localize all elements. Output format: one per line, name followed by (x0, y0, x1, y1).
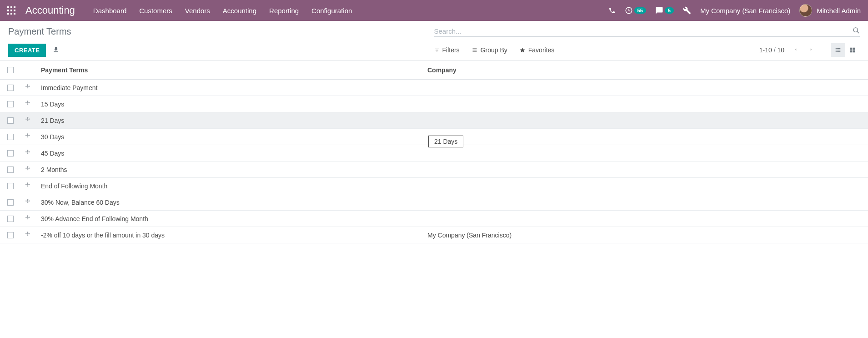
create-button[interactable]: CREATE (8, 44, 46, 57)
row-checkbox[interactable] (7, 232, 14, 238)
svg-rect-2 (14, 6, 15, 8)
groupby-button[interactable]: Group By (472, 46, 507, 54)
svg-rect-0 (7, 6, 9, 8)
drag-tooltip: 21 Days (428, 136, 463, 147)
drag-handle-icon[interactable] (25, 133, 31, 141)
svg-rect-12 (850, 48, 853, 50)
cell-company (424, 161, 868, 178)
svg-point-10 (853, 28, 858, 32)
app-brand[interactable]: Accounting (25, 5, 75, 16)
favorites-label: Favorites (528, 46, 555, 54)
drag-handle-icon[interactable] (25, 199, 31, 206)
cell-name: End of Following Month (37, 178, 424, 194)
pager-prev[interactable] (792, 45, 800, 56)
debug-icon[interactable] (683, 6, 691, 15)
nav-accounting[interactable]: Accounting (223, 7, 256, 15)
search-icon[interactable] (853, 27, 860, 35)
search-input[interactable] (434, 27, 853, 35)
phone-icon[interactable] (608, 7, 616, 14)
drag-handle-icon[interactable] (25, 101, 31, 108)
filters-label: Filters (442, 46, 460, 54)
nav-menu: Dashboard Customers Vendors Accounting R… (93, 7, 352, 15)
search-bar (434, 27, 860, 37)
pager-total: 10 (777, 46, 784, 54)
cell-company (424, 96, 868, 112)
cell-name: 30% Now, Balance 60 Days (37, 194, 424, 211)
messages-icon[interactable]: 5 (655, 6, 674, 15)
control-panel: Payment Terms CREATE Filters Group By Fa… (0, 21, 868, 61)
row-checkbox[interactable] (7, 216, 14, 222)
svg-rect-8 (14, 13, 15, 15)
cell-company (424, 145, 868, 161)
company-switcher[interactable]: My Company (San Francisco) (700, 7, 790, 15)
svg-rect-3 (7, 10, 9, 11)
table-row[interactable]: Immediate Payment (0, 80, 868, 96)
table-row[interactable]: 21 Days (0, 112, 868, 129)
row-checkbox[interactable] (7, 166, 14, 173)
row-checkbox[interactable] (7, 85, 14, 91)
table-row[interactable]: -2% off 10 days or the fill amount in 30… (0, 227, 868, 243)
pager-sep: / (774, 46, 776, 54)
row-checkbox[interactable] (7, 134, 14, 140)
pager-next[interactable] (807, 45, 815, 56)
nav-vendors[interactable]: Vendors (185, 7, 210, 15)
select-all-checkbox[interactable] (7, 67, 14, 73)
column-header-company[interactable]: Company (424, 61, 868, 80)
drag-handle-icon[interactable] (25, 166, 31, 173)
nav-configuration[interactable]: Configuration (311, 7, 352, 15)
drag-handle-icon[interactable] (25, 150, 31, 157)
payment-terms-list: Payment Terms Company Immediate Payment1… (0, 61, 868, 243)
favorites-button[interactable]: Favorites (519, 46, 555, 54)
import-icon[interactable] (52, 46, 60, 55)
drag-handle-icon[interactable] (25, 232, 31, 239)
cell-name: 21 Days (37, 112, 424, 129)
table-row[interactable]: 2 Months (0, 161, 868, 178)
kanban-view-icon (849, 47, 856, 53)
nav-customers[interactable]: Customers (139, 7, 172, 15)
svg-rect-4 (10, 10, 12, 11)
list-view-icon (834, 47, 842, 53)
cell-name: 45 Days (37, 145, 424, 161)
view-list-button[interactable] (831, 43, 845, 57)
row-checkbox[interactable] (7, 101, 14, 107)
drag-handle-icon[interactable] (25, 182, 31, 190)
filters-button[interactable]: Filters (434, 46, 460, 54)
list-icon (472, 47, 478, 53)
row-checkbox[interactable] (7, 199, 14, 206)
drag-handle-icon[interactable] (25, 215, 31, 222)
star-icon (519, 47, 526, 53)
activity-icon[interactable]: 55 (625, 6, 646, 15)
cell-name: -2% off 10 days or the fill amount in 30… (37, 227, 424, 243)
cell-company (424, 112, 868, 129)
cell-company: My Company (San Francisco) (424, 227, 868, 243)
table-row[interactable]: End of Following Month (0, 178, 868, 194)
table-row[interactable]: 30% Advance End of Following Month (0, 211, 868, 227)
cell-company (424, 194, 868, 211)
nav-dashboard[interactable]: Dashboard (93, 7, 126, 15)
row-checkbox[interactable] (7, 183, 14, 189)
svg-line-11 (857, 31, 859, 33)
cell-company (424, 80, 868, 96)
table-row[interactable]: 30% Now, Balance 60 Days (0, 194, 868, 211)
svg-rect-6 (7, 13, 9, 15)
cell-name: 30 Days (37, 129, 424, 145)
cell-name: 30% Advance End of Following Month (37, 211, 424, 227)
view-kanban-button[interactable] (845, 43, 860, 57)
svg-rect-5 (14, 10, 15, 11)
activity-badge: 55 (634, 7, 646, 14)
apps-icon[interactable] (7, 6, 15, 15)
drag-handle-icon[interactable] (25, 117, 31, 124)
svg-rect-13 (853, 48, 855, 50)
pager-range[interactable]: 1-10 (759, 46, 772, 54)
view-switcher (831, 43, 860, 57)
table-row[interactable]: 15 Days (0, 96, 868, 112)
row-checkbox[interactable] (7, 150, 14, 156)
column-header-name[interactable]: Payment Terms (37, 61, 424, 80)
breadcrumb: Payment Terms (8, 26, 71, 37)
user-menu[interactable]: Mitchell Admin (799, 4, 861, 17)
main-navbar: Accounting Dashboard Customers Vendors A… (0, 0, 868, 21)
messages-badge: 5 (665, 7, 674, 14)
nav-reporting[interactable]: Reporting (269, 7, 299, 15)
drag-handle-icon[interactable] (25, 84, 31, 91)
row-checkbox[interactable] (7, 117, 14, 124)
